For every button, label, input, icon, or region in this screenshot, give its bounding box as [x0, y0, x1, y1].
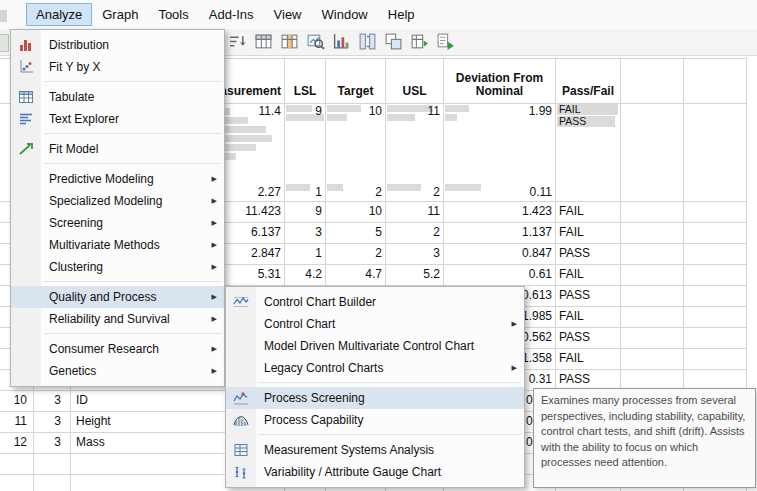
menu-item-text-explorer[interactable]: Text Explorer: [11, 108, 224, 130]
cell-usl[interactable]: 11: [386, 201, 443, 222]
submenu-arrow-icon: ▶: [512, 364, 517, 372]
menu-item-distribution[interactable]: Distribution: [11, 34, 224, 56]
cell-passfail[interactable]: FAIL: [556, 348, 620, 369]
cell-passfail[interactable]: PASS: [556, 243, 620, 264]
menu-item-quality-and-process[interactable]: Quality and Process ▶: [11, 286, 224, 308]
table-column-select-icon[interactable]: [280, 32, 299, 51]
cell-usl[interactable]: 2: [386, 222, 443, 243]
submenu-arrow-icon: ▶: [212, 175, 217, 183]
menu-item-fit-model[interactable]: Fit Model: [11, 138, 224, 160]
column-header-passfail[interactable]: Pass/Fail: [556, 58, 620, 103]
cell-name[interactable]: Mass: [74, 432, 214, 453]
menu-item-label: Distribution: [49, 38, 109, 52]
cell-lsl[interactable]: 1: [285, 243, 325, 264]
category-bar-pass: PASS: [557, 116, 615, 127]
menu-item-predictive-modeling[interactable]: Predictive Modeling ▶: [11, 168, 224, 190]
cell-passfail[interactable]: FAIL: [556, 264, 620, 285]
category-label: PASS: [559, 115, 586, 127]
menubar-item-analyze[interactable]: Analyze: [26, 3, 92, 26]
column-header-usl[interactable]: USL: [386, 58, 443, 103]
cell-lsl[interactable]: 3: [285, 222, 325, 243]
cell-lsl[interactable]: 4.2: [285, 264, 325, 285]
menu-item-specialized-modeling[interactable]: Specialized Modeling ▶: [11, 190, 224, 212]
cell-deviation[interactable]: 0.61: [444, 264, 555, 285]
menu-item-clustering[interactable]: Clustering ▶: [11, 256, 224, 278]
cell-passfail[interactable]: PASS: [556, 285, 620, 306]
menubar-item-window[interactable]: Window: [312, 3, 378, 26]
cell-value[interactable]: 3: [33, 411, 64, 432]
menu-item-label: Multivariate Methods: [49, 238, 160, 252]
join-tables-icon[interactable]: [384, 32, 403, 51]
submenu-arrow-icon: ▶: [512, 320, 517, 328]
menu-item-model-driven-multivariate-control-chart[interactable]: Model Driven Multivariate Control Chart: [226, 335, 524, 357]
menubar-item-addins[interactable]: Add-Ins: [199, 3, 264, 26]
submenu-arrow-icon: ▶: [212, 367, 217, 375]
run-script-icon[interactable]: [436, 32, 455, 51]
cell-passfail[interactable]: FAIL: [556, 222, 620, 243]
menu-item-fit-y-by-x[interactable]: Fit Y by X: [11, 56, 224, 78]
menubar-item-graph[interactable]: Graph: [92, 3, 148, 26]
row-number[interactable]: 12: [0, 432, 30, 453]
cell-usl[interactable]: 5.2: [386, 264, 443, 285]
cell-passfail[interactable]: FAIL: [556, 306, 620, 327]
cell-target[interactable]: 4.7: [326, 264, 385, 285]
text-explorer-icon: [18, 111, 34, 127]
cell-lsl[interactable]: 9: [285, 201, 325, 222]
cell-value[interactable]: 3: [33, 432, 64, 453]
menu-item-screening[interactable]: Screening ▶: [11, 212, 224, 234]
category-label: FAIL: [559, 103, 581, 115]
zoom-chart-icon[interactable]: [306, 32, 325, 51]
cell-value[interactable]: 3: [33, 390, 64, 411]
menu-separator: [44, 333, 221, 334]
menu-item-label: Process Capability: [264, 413, 363, 427]
menu-item-genetics[interactable]: Genetics ▶: [11, 360, 224, 382]
cell-target[interactable]: 5: [326, 222, 385, 243]
cell-name[interactable]: Height: [74, 411, 214, 432]
cell-target[interactable]: 10: [326, 201, 385, 222]
cell-target[interactable]: 2: [326, 243, 385, 264]
menu-item-label: Genetics: [49, 364, 96, 378]
cell-passfail[interactable]: PASS: [556, 327, 620, 348]
menu-item-multivariate-methods[interactable]: Multivariate Methods ▶: [11, 234, 224, 256]
quality-and-process-submenu: Control Chart Builder Control Chart ▶ Mo…: [225, 286, 525, 488]
variability-icon: [233, 464, 249, 480]
menu-item-legacy-control-charts[interactable]: Legacy Control Charts ▶: [226, 357, 524, 379]
cell-passfail[interactable]: FAIL: [556, 201, 620, 222]
sort-ascending-icon[interactable]: [228, 32, 247, 51]
column-header-target[interactable]: Target: [326, 58, 385, 103]
menu-item-measurement-systems-analysis[interactable]: Measurement Systems Analysis: [226, 439, 524, 461]
menu-item-reliability-and-survival[interactable]: Reliability and Survival ▶: [11, 308, 224, 330]
menu-item-control-chart-builder[interactable]: Control Chart Builder: [226, 291, 524, 313]
menu-item-process-screening[interactable]: Process Screening: [226, 387, 524, 409]
menu-item-process-capability[interactable]: Process Capability: [226, 409, 524, 431]
sort-columns-icon[interactable]: [358, 32, 377, 51]
cell-name[interactable]: ID: [74, 390, 214, 411]
cell-passfail[interactable]: PASS: [556, 369, 620, 390]
bar-chart-icon[interactable]: [332, 32, 351, 51]
menu-item-label: Process Screening: [264, 391, 365, 405]
category-bar-fail: FAIL: [557, 104, 618, 115]
row-number[interactable]: 10: [0, 390, 30, 411]
cell-deviation[interactable]: 1.423: [444, 201, 555, 222]
cell-deviation[interactable]: 0.847: [444, 243, 555, 264]
cell-usl[interactable]: 3: [386, 243, 443, 264]
menu-item-variability-attribute-gauge-chart[interactable]: Variability / Attribute Gauge Chart: [226, 461, 524, 483]
menu-item-label: Fit Model: [49, 142, 98, 156]
menubar-item-help[interactable]: Help: [378, 3, 425, 26]
menu-separator: [44, 81, 221, 82]
submenu-arrow-icon: ▶: [212, 219, 217, 227]
menu-item-control-chart[interactable]: Control Chart ▶: [226, 313, 524, 335]
data-table-icon[interactable]: [254, 32, 273, 51]
row-number[interactable]: 11: [0, 411, 30, 432]
menu-item-label: Text Explorer: [49, 112, 119, 126]
menu-item-tabulate[interactable]: Tabulate: [11, 86, 224, 108]
column-header-lsl[interactable]: LSL: [285, 58, 325, 103]
menubar-item-tools[interactable]: Tools: [148, 3, 198, 26]
menu-item-label: Quality and Process: [49, 290, 156, 304]
update-table-icon[interactable]: [410, 32, 429, 51]
menu-bar: Analyze Graph Tools Add-Ins View Window …: [0, 0, 757, 29]
menubar-item-view[interactable]: View: [264, 3, 312, 26]
column-header-deviation[interactable]: Deviation From Nominal: [444, 58, 555, 103]
menu-item-consumer-research[interactable]: Consumer Research ▶: [11, 338, 224, 360]
cell-deviation[interactable]: 1.137: [444, 222, 555, 243]
